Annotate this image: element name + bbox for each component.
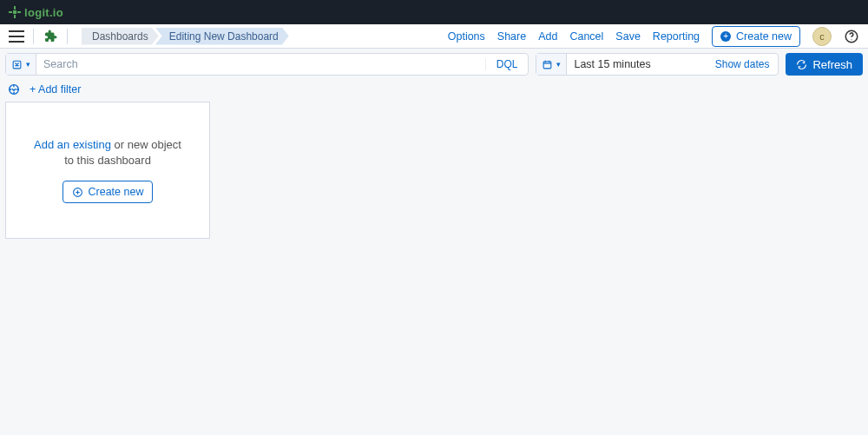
svg-rect-2 [9, 11, 12, 13]
svg-rect-3 [17, 11, 21, 13]
reporting-button[interactable]: Reporting [653, 30, 700, 43]
share-button[interactable]: Share [497, 30, 526, 43]
svg-rect-8 [544, 61, 552, 68]
create-new-label: Create new [736, 30, 792, 43]
create-new-button[interactable]: + Create new [712, 26, 800, 47]
cancel-button[interactable]: Cancel [569, 30, 603, 43]
avatar[interactable]: c [812, 27, 832, 46]
search-input[interactable] [36, 58, 485, 70]
menu-hamburger-icon[interactable] [9, 30, 24, 43]
query-language-toggle[interactable]: DQL [485, 58, 529, 70]
add-button[interactable]: Add [538, 30, 557, 43]
show-dates-link[interactable]: Show dates [707, 58, 779, 70]
brand-name: logit.io [24, 6, 63, 19]
plus-circle-icon: + [720, 31, 731, 42]
brand-mark-icon [9, 6, 21, 18]
app-switcher-icon[interactable] [43, 29, 58, 44]
svg-rect-0 [14, 6, 16, 10]
svg-rect-1 [14, 15, 16, 18]
svg-point-6 [851, 39, 852, 40]
add-filter-link[interactable]: + Add filter [30, 83, 81, 96]
placeholder-text-rest2: to this dashboard [64, 154, 151, 167]
divider [33, 29, 34, 44]
time-range-label[interactable]: Last 15 minutes [567, 58, 706, 70]
panel-create-new-label: Create new [89, 186, 144, 198]
time-range-picker: ▾ Last 15 minutes Show dates [536, 53, 779, 76]
help-icon[interactable] [844, 29, 859, 44]
placeholder-text: Add an existing or new object to this da… [34, 137, 181, 168]
search-bar: ▾ DQL [5, 53, 529, 76]
svg-rect-4 [13, 10, 16, 14]
brand-logo[interactable]: logit.io [9, 6, 63, 19]
filters-toggle-icon[interactable] [7, 82, 21, 96]
empty-panel-placeholder: Add an existing or new object to this da… [5, 102, 210, 239]
placeholder-text-rest1: or new object [111, 138, 181, 151]
panel-create-new-button[interactable]: Create new [62, 181, 154, 203]
add-existing-link[interactable]: Add an existing [34, 138, 111, 151]
save-button[interactable]: Save [615, 30, 641, 43]
options-button[interactable]: Options [448, 30, 485, 43]
calendar-button[interactable]: ▾ [536, 54, 567, 75]
dashboard-canvas: Add an existing or new object to this da… [0, 102, 868, 239]
chevron-down-icon: ▾ [26, 60, 30, 69]
divider [67, 29, 68, 44]
breadcrumb: Dashboards Editing New Dashboard [82, 28, 286, 45]
query-row: ▾ DQL ▾ Last 15 minutes Show dates Refre… [0, 49, 868, 80]
brand-bar: logit.io [0, 0, 868, 24]
query-filter-toggle[interactable]: ▾ [6, 54, 36, 75]
refresh-label: Refresh [812, 58, 852, 71]
breadcrumb-item-dashboards[interactable]: Dashboards [82, 28, 159, 45]
filter-row: + Add filter [0, 80, 868, 102]
breadcrumb-item-editing[interactable]: Editing New Dashboard [155, 28, 289, 45]
header-toolbar: Dashboards Editing New Dashboard Options… [0, 24, 868, 49]
refresh-button[interactable]: Refresh [786, 53, 863, 76]
chevron-down-icon: ▾ [556, 60, 561, 69]
